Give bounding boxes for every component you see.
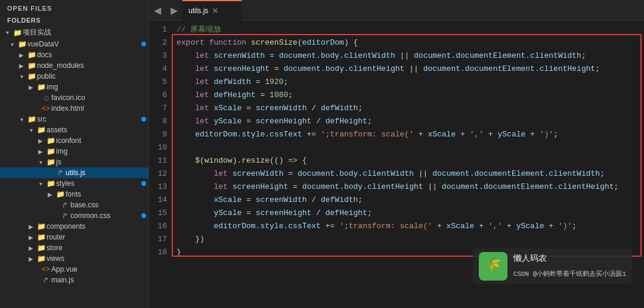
tree-root[interactable]: ▾ 📁 项目实战 [0,26,148,39]
tree-utils-js[interactable]: /* utils.js [0,167,148,178]
tree-base-css[interactable]: /* base.css [0,200,148,210]
tree-app-vue[interactable]: <> App.vue [0,264,148,275]
code-line-12: let screenWidth = document.body.clientWi… [177,167,639,181]
folder-icon: 📁 [36,233,47,241]
tree-public[interactable]: ▾ 📁 public [0,71,148,82]
code-line-4: let screenHeight = document.body.clientH… [177,63,639,76]
arrow-icon: ▶ [26,234,36,241]
code-line-11: $(window).resize(() => { [177,154,639,167]
tree-components[interactable]: ▶ 📁 components [0,221,148,232]
file-icon: /* [60,213,70,219]
folder-icon: 📁 [45,147,56,155]
folder-icon: 📁 [36,254,47,263]
arrow-icon: ▾ [17,73,26,80]
tree-store[interactable]: ▶ 📁 store [0,242,148,253]
watermark-avatar: 🌾 [479,252,507,281]
tree-public-img[interactable]: ▶ 📁 img [0,82,148,92]
arrow-icon: ▾ [36,159,45,166]
code-line-2: export function screenSize(editorDom) { [177,36,639,49]
folder-icon: 📁 [26,72,37,80]
code-line-13: let screenHeight = document.body.clientH… [177,181,639,194]
tree-fonts[interactable]: ▶ 📁 fonts [0,189,148,200]
tree-src[interactable]: ▾ 📁 src [0,114,148,125]
arrow-icon: ▾ [36,181,45,187]
folder-icon: 📁 [55,190,66,198]
tree-index-html[interactable]: <> index.html [0,103,148,114]
arrow-icon: ▶ [26,84,36,91]
code-line-14: xScale = screenWidth / defWidth; [177,194,639,207]
tree-styles[interactable]: ▾ 📁 styles [0,178,148,189]
tree-favicon[interactable]: ◇ favicon.ico [0,92,148,103]
tree-docs[interactable]: ▶ 📁 docs [0,49,148,60]
modified-dot [141,42,146,46]
tree-assets-img[interactable]: ▶ 📁 img [0,146,148,157]
tab-bar: ◀ ▶ utils.js ✕ [149,0,644,21]
file-icon: /* [60,202,70,209]
nav-right-btn[interactable]: ▶ [166,0,182,21]
code-line-6: let defHeight = 1080; [177,89,639,102]
file-icon: <> [41,104,51,113]
watermark-info: 懒人码农 CSDN @小蚂蚱带着千纸鹤去买小汤圆1 [513,252,626,281]
folder-icon: 📁 [17,40,27,48]
code-line-1: // 屏幕缩放 [177,23,639,36]
file-icon: /* [41,277,51,284]
folder-icon: 📁 [26,61,37,70]
tree-vuedatav[interactable]: ▾ 📁 vueDataV [0,39,148,49]
tree-node-modules[interactable]: ▶ 📁 node_modules [0,60,148,71]
folder-icon: 📁 [36,83,47,91]
folder-icon: 📁 [45,179,56,188]
file-icon: <> [41,265,51,273]
arrow-icon: ▶ [26,245,36,251]
line-numbers: 1 2 3 4 5 6 7 8 9 10 11 12 13 14 15 16 1… [149,21,172,308]
tree-views[interactable]: ▶ 📁 views [0,253,148,264]
tree-assets[interactable]: ▾ 📁 assets [0,125,148,135]
watermark: 🌾 懒人码农 CSDN @小蚂蚱带着千纸鹤去买小汤圆1 [473,248,632,284]
arrow-icon: ▶ [17,63,26,69]
arrow-icon: ▶ [26,223,36,230]
folder-icon: 📁 [45,158,56,166]
folder-icon: 📁 [36,244,47,252]
file-icon: /* [55,170,66,176]
open-files-label: OPEN FILES [0,0,148,14]
tab-label: utils.js [188,7,208,15]
tab-close-btn[interactable]: ✕ [212,6,219,15]
watermark-name: 懒人码农 [513,252,626,265]
code-line-3: let screenWidth = document.body.clientWi… [177,49,639,63]
code-editor[interactable]: // 屏幕缩放 export function screenSize(edito… [172,21,644,308]
arrow-icon: ▾ [17,116,26,123]
tree-router[interactable]: ▶ 📁 router [0,232,148,242]
watermark-subtitle: CSDN @小蚂蚱带着千纸鹤去买小汤圆1 [513,267,626,281]
code-line-17: }) [177,233,639,246]
modified-dot [141,117,146,122]
code-line-5: let defWidth = 1920; [177,76,639,89]
arrow-icon: ▶ [36,148,45,155]
folder-icon: 📁 [45,136,56,145]
arrow-icon: ▾ [7,41,17,48]
arrow-icon: ▶ [17,52,26,58]
file-icon: ◇ [41,94,51,102]
code-line-7: let xScale = screenWidth / defWidth; [177,102,639,115]
modified-dot [141,181,146,186]
folder-icon: 📁 [26,51,37,59]
arrow-icon: ▶ [45,191,55,198]
file-tree: ▾ 📁 项目实战 ▾ 📁 vueDataV ▶ 📁 docs ▶ 📁 node_… [0,26,148,285]
code-line-9: editorDom.style.cssText += ';transform: … [177,128,639,141]
editor-area: 1 2 3 4 5 6 7 8 9 10 11 12 13 14 15 16 1… [149,21,644,308]
code-line-16: editorDom.style.cssText += ';transform: … [177,220,639,233]
tree-iconfont[interactable]: ▶ 📁 iconfont [0,135,148,146]
folder-icon: 📁 [36,126,47,134]
folder-icon: 📁 [12,29,23,37]
arrow-icon: ▶ [26,256,36,262]
sidebar: OPEN FILES FOLDERS ▾ 📁 项目实战 ▾ 📁 vueDataV… [0,0,149,308]
tree-js[interactable]: ▾ 📁 js [0,157,148,167]
folder-icon: 📁 [26,115,37,123]
code-line-15: yScale = screenHeight / defHeight; [177,207,639,220]
tree-common-css[interactable]: /* common.css [0,210,148,221]
arrow-icon: ▾ [26,127,36,133]
tree-main-js[interactable]: /* main.js [0,275,148,285]
nav-left-btn[interactable]: ◀ [149,0,166,21]
code-line-8: let yScale = screenHeight / defHeight; [177,115,639,128]
tab-utils-js[interactable]: utils.js ✕ [182,0,242,21]
main-editor: ◀ ▶ utils.js ✕ 1 2 3 4 5 6 7 8 9 10 11 1… [149,0,644,308]
folder-icon: 📁 [36,222,47,231]
